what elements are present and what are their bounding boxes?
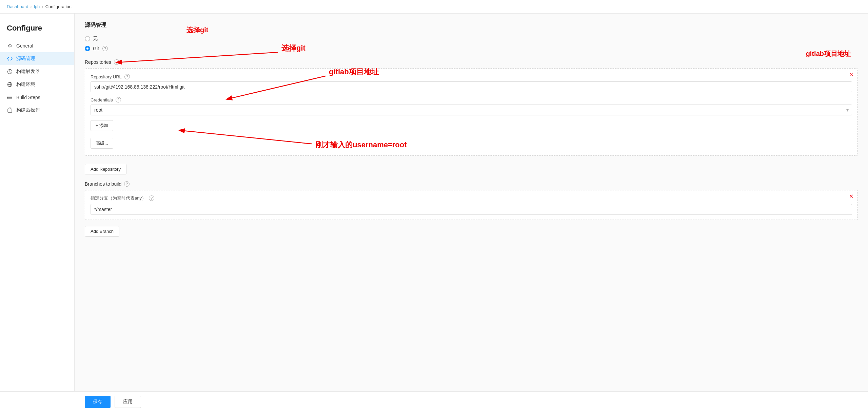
sidebar-item-trigger[interactable]: 构建触发器: [0, 65, 74, 78]
radio-git-label: Git: [93, 46, 99, 51]
branch-sublabel: 指定分支（为空时代表any） ?: [91, 195, 852, 201]
sidebar-label-general: General: [16, 43, 33, 49]
radio-group: 无 Git ? 选择git: [85, 36, 858, 51]
sidebar-item-buildsteps[interactable]: Build Steps: [0, 91, 74, 104]
svg-rect-7: [7, 96, 8, 96]
svg-rect-8: [7, 97, 8, 98]
repo-url-field: Repository URL ?: [91, 74, 852, 92]
radio-git-circle: [85, 46, 90, 51]
box-icon: [7, 107, 13, 113]
repo-close-button[interactable]: ✕: [849, 72, 853, 77]
repo-url-input[interactable]: [91, 81, 852, 92]
repos-section: gitlab项目地址 Repositories ? ✕ Repository U…: [85, 59, 858, 174]
credentials-label: Credentials ?: [91, 97, 852, 102]
bottom-bar: 保存 应用: [0, 391, 868, 412]
add-credential-wrapper: + 添加: [91, 120, 852, 134]
repos-label: Repositories ?: [85, 59, 858, 65]
sidebar: Configure ⚙ General 源码管理 构建触发器: [0, 14, 75, 412]
branches-label: Branches to build ?: [85, 181, 858, 187]
credentials-field: 刚才输入的username=root Credentials ? root ▾: [91, 97, 852, 115]
breadcrumb: Dashboard › lph › Configuration: [7, 4, 72, 9]
credentials-label-text: Credentials: [91, 97, 113, 102]
sidebar-item-postbuild[interactable]: 构建后操作: [0, 104, 74, 117]
sidebar-label-env: 构建环境: [16, 81, 35, 88]
svg-rect-10: [8, 109, 12, 112]
branch-card: ✕ 指定分支（为空时代表any） ?: [85, 190, 858, 220]
top-bar: Dashboard › lph › Configuration: [0, 0, 868, 14]
sidebar-item-env[interactable]: 构建环境: [0, 78, 74, 91]
credentials-select-wrapper: root ▾: [91, 105, 852, 115]
list-icon: [7, 94, 13, 100]
credentials-help-icon[interactable]: ?: [116, 97, 121, 102]
save-button[interactable]: 保存: [85, 396, 111, 408]
branch-close-button[interactable]: ✕: [849, 194, 853, 199]
svg-rect-9: [7, 98, 8, 99]
repo-url-label-text: Repository URL: [91, 74, 122, 79]
add-branch-button[interactable]: Add Branch: [85, 226, 119, 237]
branches-label-text: Branches to build: [85, 181, 121, 187]
repo-url-label: Repository URL ?: [91, 74, 852, 79]
repos-label-text: Repositories: [85, 59, 111, 65]
radio-git[interactable]: Git ? 选择git: [85, 46, 858, 51]
advanced-wrapper: 高级...: [91, 138, 852, 150]
radio-none-label: 无: [93, 36, 98, 42]
breadcrumb-sep1: ›: [31, 4, 32, 9]
apply-button[interactable]: 应用: [115, 396, 141, 408]
clock-icon: [7, 69, 13, 75]
repo-card: ✕ Repository URL ? 刚才输入的username=root: [85, 68, 858, 156]
sidebar-item-source[interactable]: 源码管理: [0, 52, 74, 65]
globe-icon: [7, 81, 13, 88]
credentials-select[interactable]: root: [91, 105, 852, 115]
breadcrumb-dashboard[interactable]: Dashboard: [7, 4, 28, 9]
main-content: 源码管理 无 Git ? 选择git: [75, 14, 868, 412]
sidebar-label-source: 源码管理: [16, 56, 35, 62]
repo-url-help-icon[interactable]: ?: [124, 74, 130, 79]
git-help-icon[interactable]: ?: [102, 46, 108, 51]
add-repository-button[interactable]: Add Repository: [85, 164, 126, 174]
sidebar-item-general[interactable]: ⚙ General: [0, 39, 74, 52]
branches-help-icon[interactable]: ?: [124, 181, 130, 187]
gear-icon: ⚙: [7, 43, 13, 49]
branches-section: Branches to build ? ✕ 指定分支（为空时代表any） ? A…: [85, 181, 858, 237]
sidebar-title: Configure: [0, 20, 74, 39]
sidebar-label-buildsteps: Build Steps: [16, 95, 40, 100]
advanced-button[interactable]: 高级...: [91, 138, 113, 149]
branch-input[interactable]: [91, 204, 852, 215]
section-title: 源码管理: [85, 22, 858, 29]
radio-none-circle: [85, 36, 90, 41]
branch-sub-help-icon[interactable]: ?: [149, 195, 154, 201]
add-credential-button[interactable]: + 添加: [91, 120, 113, 131]
breadcrumb-lph[interactable]: lph: [34, 4, 40, 9]
code-icon: [7, 56, 13, 62]
breadcrumb-sep2: ›: [42, 4, 43, 9]
breadcrumb-current: Configuration: [45, 4, 72, 9]
branch-sublabel-text: 指定分支（为空时代表any）: [91, 195, 146, 201]
sidebar-label-trigger: 构建触发器: [16, 69, 40, 75]
sidebar-label-postbuild: 构建后操作: [16, 107, 40, 113]
repos-help-icon[interactable]: ?: [114, 59, 119, 65]
radio-none[interactable]: 无: [85, 36, 858, 42]
